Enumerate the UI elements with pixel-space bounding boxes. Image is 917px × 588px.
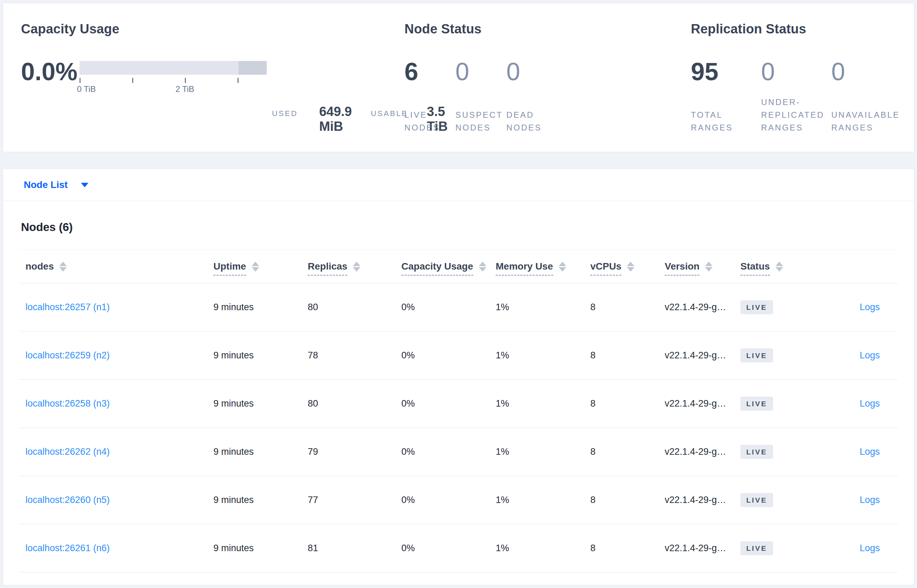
memory-use-cell: 1% — [496, 302, 590, 313]
gauge-tick-label: 2 TiB — [176, 84, 194, 94]
capacity-bar-dark-segment — [239, 61, 267, 75]
version-cell: v22.1.4-29-g… — [665, 446, 740, 457]
logs-link[interactable]: Logs — [859, 495, 880, 505]
table-row: localhost:26259 (n2) 9 minutes 78 0% 1% … — [19, 331, 898, 380]
capacity-usage-cell: 0% — [401, 350, 496, 361]
column-header-vcpus[interactable]: vCPUs — [590, 261, 665, 271]
memory-use-cell: 1% — [496, 350, 590, 361]
gauge-tick — [79, 78, 81, 83]
uptime-cell: 9 minutes — [213, 543, 308, 554]
nodes-table-body: localhost:26257 (n1) 9 minutes 80 0% 1% … — [19, 283, 898, 572]
under-replicated-ranges-value: 0 — [761, 61, 831, 82]
vcpus-cell: 8 — [590, 495, 665, 506]
node-link[interactable]: localhost:26257 (n1) — [26, 302, 110, 312]
status-badge: LIVE — [740, 493, 773, 507]
vcpus-cell: 8 — [590, 543, 665, 554]
memory-use-cell: 1% — [496, 398, 590, 409]
unavailable-ranges-label: UNAVAILABLE RANGES — [831, 108, 914, 134]
uptime-cell: 9 minutes — [213, 350, 308, 361]
sort-icon — [353, 262, 360, 271]
under-replicated-ranges-label: UNDER-REPLICATED RANGES — [761, 96, 831, 134]
column-header-replicas[interactable]: Replicas — [308, 261, 401, 271]
uptime-cell: 9 minutes — [213, 446, 308, 457]
unavailable-ranges-stat: 0 UNAVAILABLE RANGES — [831, 61, 914, 134]
suspect-nodes-label: SUSPECT NODES — [455, 108, 506, 134]
replication-status-title: Replication Status — [691, 22, 914, 36]
dead-nodes-stat: 0 DEAD NODES — [506, 61, 557, 134]
status-badge: LIVE — [740, 397, 773, 411]
version-cell: v22.1.4-29-g… — [665, 302, 740, 313]
gauge-tick — [185, 78, 186, 83]
dead-nodes-label: DEAD NODES — [506, 108, 557, 134]
column-header-version[interactable]: Version — [665, 261, 740, 271]
column-header-status[interactable]: Status — [740, 261, 811, 271]
total-ranges-value: 95 — [691, 61, 761, 82]
node-link[interactable]: localhost:26261 (n6) — [26, 543, 110, 553]
node-link[interactable]: localhost:26260 (n5) — [26, 495, 110, 505]
version-cell: v22.1.4-29-g… — [665, 398, 740, 409]
capacity-usage-cell: 0% — [401, 446, 496, 457]
column-header-uptime[interactable]: Uptime — [213, 261, 308, 271]
status-badge: LIVE — [740, 300, 773, 314]
nodes-table: Nodes (6) nodes Uptime Replicas Capacity… — [19, 201, 898, 585]
node-list-card: Node List Nodes (6) nodes Uptime Replica… — [3, 169, 914, 585]
table-row: localhost:26257 (n1) 9 minutes 80 0% 1% … — [19, 283, 898, 331]
cluster-overview-page: Capacity Usage 0.0% 0 TiB 2 TiB — [0, 0, 917, 585]
capacity-usage-section: Capacity Usage 0.0% 0 TiB 2 TiB — [21, 22, 404, 134]
node-link[interactable]: localhost:26258 (n3) — [26, 398, 110, 409]
logs-link[interactable]: Logs — [859, 543, 880, 553]
capacity-bar-track — [79, 61, 267, 75]
logs-link[interactable]: Logs — [859, 398, 880, 409]
capacity-percent-value: 0.0% — [21, 61, 79, 134]
sort-icon — [559, 262, 566, 271]
version-cell: v22.1.4-29-g… — [665, 350, 740, 361]
uptime-cell: 9 minutes — [213, 398, 308, 409]
capacity-gauge: 0.0% 0 TiB 2 TiB — [21, 61, 267, 134]
live-nodes-value: 6 — [404, 61, 455, 82]
column-header-memory-use[interactable]: Memory Use — [496, 261, 590, 271]
replicas-cell: 80 — [308, 302, 401, 313]
unavailable-ranges-value: 0 — [831, 61, 914, 82]
table-row: localhost:26258 (n3) 9 minutes 80 0% 1% … — [19, 380, 898, 428]
capacity-usage-cell: 0% — [401, 543, 496, 554]
memory-use-cell: 1% — [496, 446, 590, 457]
vcpus-cell: 8 — [590, 446, 665, 457]
node-status-title: Node Status — [404, 22, 691, 36]
under-replicated-ranges-stat: 0 UNDER-REPLICATED RANGES — [761, 61, 831, 134]
status-badge: LIVE — [740, 348, 773, 362]
logs-link[interactable]: Logs — [859, 302, 880, 312]
column-header-nodes[interactable]: nodes — [19, 261, 213, 271]
summary-card: Capacity Usage 0.0% 0 TiB 2 TiB — [3, 3, 914, 152]
vcpus-cell: 8 — [590, 398, 665, 409]
sort-icon — [627, 262, 634, 271]
memory-use-cell: 1% — [496, 495, 590, 506]
nodes-count-title: Nodes (6) — [21, 221, 898, 233]
live-nodes-label: LIVE NODES — [404, 108, 455, 134]
capacity-bar: 0 TiB 2 TiB — [79, 61, 267, 134]
status-badge: LIVE — [740, 445, 773, 459]
capacity-usage-cell: 0% — [401, 398, 496, 409]
node-link[interactable]: localhost:26259 (n2) — [26, 350, 110, 360]
suspect-nodes-stat: 0 SUSPECT NODES — [455, 61, 506, 134]
sort-icon — [252, 262, 259, 271]
version-cell: v22.1.4-29-g… — [665, 543, 740, 554]
uptime-cell: 9 minutes — [213, 302, 308, 313]
column-header-capacity-usage[interactable]: Capacity Usage — [401, 261, 496, 271]
sort-icon — [479, 262, 486, 271]
used-label: USED — [272, 109, 298, 118]
table-row: localhost:26261 (n6) 9 minutes 81 0% 1% … — [19, 524, 898, 572]
sort-icon — [59, 262, 67, 271]
view-selector-dropdown[interactable]: Node List — [24, 179, 89, 191]
total-ranges-stat: 95 TOTAL RANGES — [691, 61, 761, 134]
replication-status-section: Replication Status 95 TOTAL RANGES 0 UND… — [691, 22, 914, 134]
version-cell: v22.1.4-29-g… — [665, 495, 740, 506]
logs-link[interactable]: Logs — [859, 446, 880, 457]
table-header-row: nodes Uptime Replicas Capacity Usage Mem… — [19, 250, 898, 283]
table-row: localhost:26260 (n5) 9 minutes 77 0% 1% … — [19, 476, 898, 524]
replicas-cell: 78 — [308, 350, 401, 361]
replicas-cell: 77 — [308, 495, 401, 506]
logs-link[interactable]: Logs — [859, 350, 880, 360]
total-ranges-label: TOTAL RANGES — [691, 108, 761, 134]
node-link[interactable]: localhost:26262 (n4) — [26, 446, 110, 457]
dead-nodes-value: 0 — [506, 61, 557, 82]
